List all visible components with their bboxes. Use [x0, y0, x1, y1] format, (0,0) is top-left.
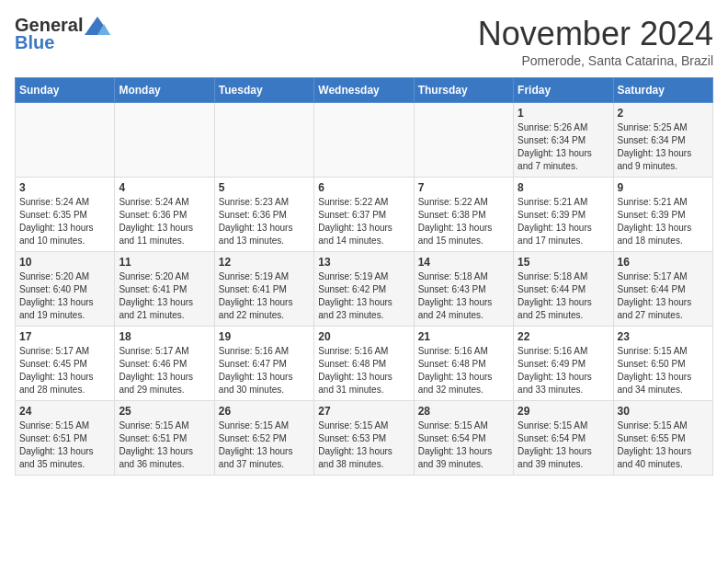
calendar-week-3: 10Sunrise: 5:20 AM Sunset: 6:40 PM Dayli…	[16, 252, 713, 327]
day-number: 28	[418, 405, 509, 418]
day-info: Sunrise: 5:16 AM Sunset: 6:49 PM Dayligh…	[518, 345, 609, 396]
day-info: Sunrise: 5:25 AM Sunset: 6:34 PM Dayligh…	[618, 121, 709, 173]
day-number: 25	[119, 405, 210, 418]
day-info: Sunrise: 5:20 AM Sunset: 6:41 PM Dayligh…	[119, 270, 210, 322]
calendar-cell	[115, 103, 214, 178]
calendar-cell: 28Sunrise: 5:15 AM Sunset: 6:54 PM Dayli…	[414, 401, 513, 476]
day-info: Sunrise: 5:16 AM Sunset: 6:47 PM Dayligh…	[219, 345, 310, 396]
day-number: 23	[618, 330, 709, 343]
day-number: 11	[119, 256, 210, 269]
day-info: Sunrise: 5:16 AM Sunset: 6:48 PM Dayligh…	[318, 345, 409, 396]
day-info: Sunrise: 5:20 AM Sunset: 6:40 PM Dayligh…	[19, 270, 110, 322]
calendar-cell: 13Sunrise: 5:19 AM Sunset: 6:42 PM Dayli…	[314, 252, 414, 327]
day-info: Sunrise: 5:17 AM Sunset: 6:45 PM Dayligh…	[19, 345, 110, 396]
calendar-cell: 25Sunrise: 5:15 AM Sunset: 6:51 PM Dayli…	[115, 401, 214, 476]
day-number: 22	[518, 330, 609, 343]
day-number: 3	[19, 181, 110, 194]
calendar-cell: 22Sunrise: 5:16 AM Sunset: 6:49 PM Dayli…	[514, 327, 613, 401]
calendar-cell: 12Sunrise: 5:19 AM Sunset: 6:41 PM Dayli…	[214, 252, 313, 327]
day-info: Sunrise: 5:15 AM Sunset: 6:51 PM Dayligh…	[19, 419, 110, 471]
calendar-cell: 14Sunrise: 5:18 AM Sunset: 6:43 PM Dayli…	[414, 252, 513, 327]
day-number: 12	[219, 256, 310, 269]
day-number: 20	[318, 330, 409, 343]
header-tuesday: Tuesday	[214, 78, 313, 103]
day-number: 18	[119, 330, 210, 343]
header-friday: Friday	[514, 78, 613, 103]
calendar-week-1: 1Sunrise: 5:26 AM Sunset: 6:34 PM Daylig…	[16, 103, 713, 178]
calendar-cell: 9Sunrise: 5:21 AM Sunset: 6:39 PM Daylig…	[613, 178, 712, 252]
day-number: 7	[418, 181, 509, 194]
calendar-cell	[16, 103, 115, 178]
header-thursday: Thursday	[414, 78, 513, 103]
day-number: 30	[618, 405, 709, 418]
day-info: Sunrise: 5:21 AM Sunset: 6:39 PM Dayligh…	[618, 196, 709, 247]
calendar-cell: 20Sunrise: 5:16 AM Sunset: 6:48 PM Dayli…	[314, 327, 414, 401]
day-info: Sunrise: 5:15 AM Sunset: 6:54 PM Dayligh…	[418, 419, 509, 471]
title-section: November 2024 Pomerode, Santa Catarina, …	[478, 15, 713, 68]
calendar-cell: 21Sunrise: 5:16 AM Sunset: 6:48 PM Dayli…	[414, 327, 513, 401]
header-wednesday: Wednesday	[314, 78, 414, 103]
day-number: 27	[318, 405, 409, 418]
day-number: 19	[219, 330, 310, 343]
calendar-cell: 27Sunrise: 5:15 AM Sunset: 6:53 PM Dayli…	[314, 401, 414, 476]
calendar-week-4: 17Sunrise: 5:17 AM Sunset: 6:45 PM Dayli…	[16, 327, 713, 401]
calendar-cell: 6Sunrise: 5:22 AM Sunset: 6:37 PM Daylig…	[314, 178, 414, 252]
calendar-cell: 11Sunrise: 5:20 AM Sunset: 6:41 PM Dayli…	[115, 252, 214, 327]
day-info: Sunrise: 5:16 AM Sunset: 6:48 PM Dayligh…	[418, 345, 509, 396]
subtitle: Pomerode, Santa Catarina, Brazil	[478, 53, 713, 68]
calendar-cell: 19Sunrise: 5:16 AM Sunset: 6:47 PM Dayli…	[214, 327, 313, 401]
logo: General Blue	[15, 15, 110, 53]
calendar-cell: 26Sunrise: 5:15 AM Sunset: 6:52 PM Dayli…	[214, 401, 313, 476]
main-title: November 2024	[478, 15, 713, 53]
calendar-cell: 30Sunrise: 5:15 AM Sunset: 6:55 PM Dayli…	[613, 401, 712, 476]
day-number: 9	[618, 181, 709, 194]
calendar-week-5: 24Sunrise: 5:15 AM Sunset: 6:51 PM Dayli…	[16, 401, 713, 476]
day-info: Sunrise: 5:17 AM Sunset: 6:46 PM Dayligh…	[119, 345, 210, 396]
day-info: Sunrise: 5:24 AM Sunset: 6:36 PM Dayligh…	[119, 196, 210, 247]
day-number: 24	[19, 405, 110, 418]
calendar-cell: 24Sunrise: 5:15 AM Sunset: 6:51 PM Dayli…	[16, 401, 115, 476]
calendar-cell: 29Sunrise: 5:15 AM Sunset: 6:54 PM Dayli…	[514, 401, 613, 476]
calendar-cell: 23Sunrise: 5:15 AM Sunset: 6:50 PM Dayli…	[613, 327, 712, 401]
day-info: Sunrise: 5:26 AM Sunset: 6:34 PM Dayligh…	[518, 121, 609, 173]
calendar-cell: 8Sunrise: 5:21 AM Sunset: 6:39 PM Daylig…	[514, 178, 613, 252]
day-info: Sunrise: 5:22 AM Sunset: 6:38 PM Dayligh…	[418, 196, 509, 247]
day-info: Sunrise: 5:21 AM Sunset: 6:39 PM Dayligh…	[518, 196, 609, 247]
calendar-cell	[314, 103, 414, 178]
day-info: Sunrise: 5:15 AM Sunset: 6:53 PM Dayligh…	[318, 419, 409, 471]
calendar-week-2: 3Sunrise: 5:24 AM Sunset: 6:35 PM Daylig…	[16, 178, 713, 252]
header-saturday: Saturday	[613, 78, 712, 103]
calendar-cell: 15Sunrise: 5:18 AM Sunset: 6:44 PM Dayli…	[514, 252, 613, 327]
calendar-cell: 1Sunrise: 5:26 AM Sunset: 6:34 PM Daylig…	[514, 103, 613, 178]
calendar-cell: 18Sunrise: 5:17 AM Sunset: 6:46 PM Dayli…	[115, 327, 214, 401]
calendar-cell: 10Sunrise: 5:20 AM Sunset: 6:40 PM Dayli…	[16, 252, 115, 327]
day-number: 17	[19, 330, 110, 343]
day-number: 4	[119, 181, 210, 194]
day-number: 8	[518, 181, 609, 194]
calendar-cell: 3Sunrise: 5:24 AM Sunset: 6:35 PM Daylig…	[16, 178, 115, 252]
day-info: Sunrise: 5:18 AM Sunset: 6:44 PM Dayligh…	[518, 270, 609, 322]
day-info: Sunrise: 5:15 AM Sunset: 6:51 PM Dayligh…	[119, 419, 210, 471]
calendar-header-row: SundayMondayTuesdayWednesdayThursdayFrid…	[16, 78, 713, 103]
header-sunday: Sunday	[16, 78, 115, 103]
day-info: Sunrise: 5:22 AM Sunset: 6:37 PM Dayligh…	[318, 196, 409, 247]
calendar-cell: 2Sunrise: 5:25 AM Sunset: 6:34 PM Daylig…	[613, 103, 712, 178]
day-number: 14	[418, 256, 509, 269]
calendar-cell: 4Sunrise: 5:24 AM Sunset: 6:36 PM Daylig…	[115, 178, 214, 252]
calendar-table: SundayMondayTuesdayWednesdayThursdayFrid…	[15, 77, 713, 476]
day-number: 10	[19, 256, 110, 269]
day-number: 13	[318, 256, 409, 269]
day-info: Sunrise: 5:15 AM Sunset: 6:55 PM Dayligh…	[618, 419, 709, 471]
day-number: 26	[219, 405, 310, 418]
day-info: Sunrise: 5:19 AM Sunset: 6:41 PM Dayligh…	[219, 270, 310, 322]
day-number: 1	[518, 107, 609, 120]
day-number: 5	[219, 181, 310, 194]
calendar-cell: 5Sunrise: 5:23 AM Sunset: 6:36 PM Daylig…	[214, 178, 313, 252]
day-info: Sunrise: 5:19 AM Sunset: 6:42 PM Dayligh…	[318, 270, 409, 322]
day-info: Sunrise: 5:17 AM Sunset: 6:44 PM Dayligh…	[618, 270, 709, 322]
day-info: Sunrise: 5:23 AM Sunset: 6:36 PM Dayligh…	[219, 196, 310, 247]
day-info: Sunrise: 5:18 AM Sunset: 6:43 PM Dayligh…	[418, 270, 509, 322]
calendar-cell	[214, 103, 313, 178]
day-number: 15	[518, 256, 609, 269]
logo-blue: Blue	[15, 32, 54, 53]
